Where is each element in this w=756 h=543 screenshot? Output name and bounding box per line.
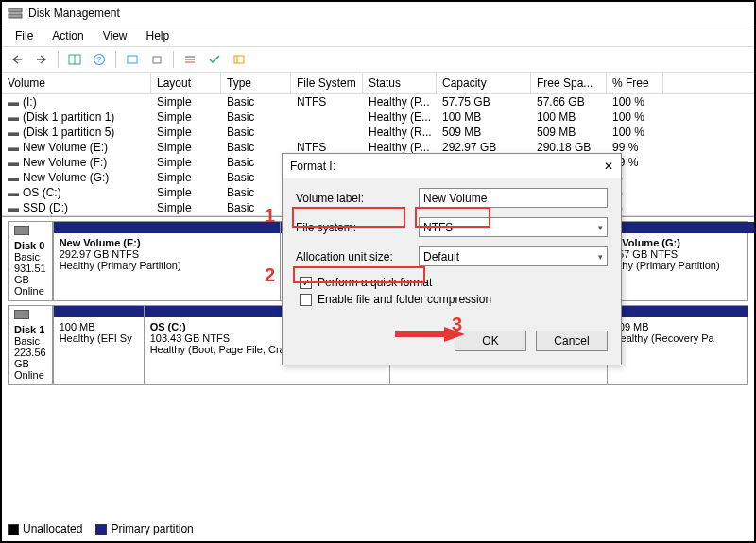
table-row[interactable]: ▬(Disk 1 partition 5)SimpleBasicHealthy …	[2, 125, 754, 140]
svg-rect-1	[9, 14, 22, 18]
col-type[interactable]: Type	[221, 73, 291, 93]
allocation-label: Allocation unit size:	[296, 250, 419, 263]
svg-text:?: ?	[96, 55, 101, 64]
list-button[interactable]	[179, 49, 201, 70]
help-button[interactable]: ?	[88, 49, 111, 70]
col-capacity[interactable]: Capacity	[437, 73, 531, 93]
volume-label-input[interactable]: New Volume	[419, 188, 608, 208]
svg-rect-11	[234, 56, 244, 63]
properties-button[interactable]	[146, 49, 168, 70]
menu-action[interactable]: Action	[44, 27, 91, 44]
col-pctfree[interactable]: % Free	[607, 73, 663, 93]
table-row[interactable]: ▬(Disk 1 partition 1)SimpleBasicHealthy …	[2, 110, 754, 125]
legend-swatch-primary	[95, 524, 107, 535]
menu-help[interactable]: Help	[139, 27, 178, 44]
chevron-down-icon: ▾	[598, 223, 603, 232]
settings-button[interactable]	[228, 49, 250, 70]
volume-label-label: Volume label:	[296, 192, 419, 205]
legend-swatch-unallocated	[8, 524, 19, 535]
table-row[interactable]: ▬(I:)SimpleBasicNTFSHealthy (P...57.75 G…	[2, 94, 754, 110]
col-volume[interactable]: Volume	[2, 73, 151, 93]
refresh-button[interactable]	[121, 49, 144, 70]
view-options-button[interactable]	[63, 49, 86, 70]
partition[interactable]: 100 MBHealthy (EFI Sy	[53, 306, 144, 384]
chevron-down-icon: ▾	[598, 252, 603, 262]
disk-icon	[14, 310, 29, 319]
cancel-button[interactable]: Cancel	[536, 331, 608, 351]
quick-format-checkbox[interactable]: ✓	[300, 277, 312, 289]
filesystem-label: File system:	[296, 221, 419, 234]
check-button[interactable]	[203, 49, 226, 70]
svg-rect-6	[128, 56, 137, 63]
menubar: File Action View Help	[2, 25, 754, 47]
legend: Unallocated Primary partition	[8, 522, 194, 535]
dialog-title-text: Format I:	[290, 160, 335, 173]
legend-primary: Primary partition	[111, 522, 193, 535]
col-status[interactable]: Status	[363, 73, 437, 93]
disk-label: Disk 1Basic223.56 GBOnline	[9, 306, 53, 384]
dialog-titlebar: Format I: ✕	[283, 154, 621, 178]
disk-label: Disk 0Basic931.51 GBOnline	[9, 222, 53, 300]
legend-unallocated: Unallocated	[23, 522, 82, 535]
toolbar: ?	[2, 47, 754, 73]
allocation-select[interactable]: Default▾	[419, 246, 608, 266]
back-button[interactable]	[6, 49, 28, 70]
menu-view[interactable]: View	[95, 27, 135, 44]
close-icon[interactable]: ✕	[604, 160, 613, 173]
quick-format-label: Perform a quick format	[318, 276, 432, 289]
svg-rect-0	[9, 8, 22, 12]
svg-rect-7	[153, 57, 161, 63]
col-layout[interactable]: Layout	[151, 73, 221, 93]
filesystem-select[interactable]: NTFS▾	[419, 217, 608, 237]
compression-label: Enable file and folder compression	[318, 293, 491, 306]
disk-icon	[14, 226, 29, 235]
col-filesystem[interactable]: File System	[291, 73, 363, 93]
format-dialog: Format I: ✕ Volume label: New Volume Fil…	[282, 153, 622, 365]
col-freespace[interactable]: Free Spa...	[531, 73, 607, 93]
compression-checkbox[interactable]	[300, 294, 312, 306]
menu-file[interactable]: File	[8, 27, 41, 44]
ok-button[interactable]: OK	[455, 331, 526, 351]
partition[interactable]: New Volume (E:)292.97 GB NTFSHealthy (Pr…	[53, 222, 280, 300]
grid-header: Volume Layout Type File System Status Ca…	[2, 73, 754, 94]
app-icon	[8, 6, 23, 21]
window-title: Disk Management	[28, 7, 120, 20]
partition[interactable]: 509 MBHealthy (Recovery Pa	[607, 306, 748, 384]
titlebar: Disk Management	[2, 2, 754, 25]
forward-button[interactable]	[30, 49, 53, 70]
